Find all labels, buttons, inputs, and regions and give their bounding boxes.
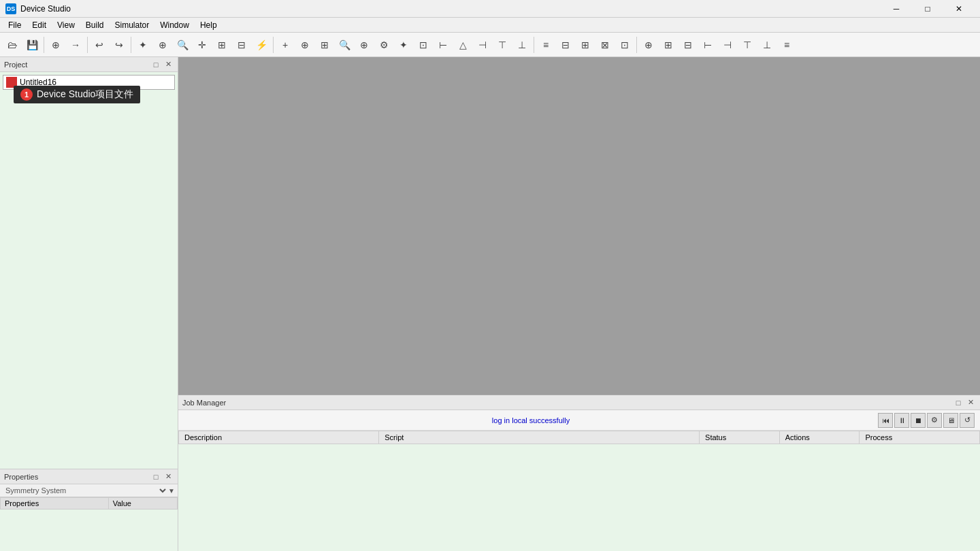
toolbar-tool5[interactable]: ⊕ (355, 35, 374, 54)
menu-file[interactable]: File (3, 18, 27, 33)
tooltip-badge: 1 (20, 88, 33, 101)
jm-col-status: Status (700, 431, 780, 444)
menu-simulator[interactable]: Simulator (110, 18, 155, 33)
toolbar-tool9[interactable]: ⊢ (434, 35, 453, 54)
symmetry-system-select[interactable]: Symmetry System (3, 486, 168, 495)
project-panel-title: Project (4, 61, 150, 69)
toolbar-sep-2 (87, 37, 88, 53)
toolbar-bolt[interactable]: ⚡ (252, 35, 271, 54)
toolbar-group-edit: ↩ ↪ (90, 35, 129, 54)
toolbar-extra3[interactable]: ⊟ (679, 35, 698, 54)
props-col-properties: Properties (1, 498, 109, 510)
toolbar-sep-3 (131, 37, 131, 53)
toolbar-redo[interactable]: ↪ (110, 35, 129, 54)
select-arrow-icon: ▼ (168, 487, 175, 495)
toolbar-sep-5 (534, 37, 534, 53)
right-area: Job Manager □ ✕ log in local successfull… (178, 57, 980, 551)
toolbar-view1[interactable]: ≡ (536, 35, 555, 54)
toolbar-view3[interactable]: ⊞ (576, 35, 595, 54)
menu-help[interactable]: Help (195, 18, 223, 33)
jm-btn-first[interactable]: ⏮ (878, 413, 893, 428)
toolbar-extra7[interactable]: ⊥ (757, 35, 777, 54)
job-manager-table-container: Description Script Status Actions Proces… (178, 431, 980, 551)
job-manager-title: Job Manager (182, 399, 953, 407)
toolbar-tool3[interactable]: ⊞ (315, 35, 334, 54)
job-manager-header-buttons: □ ✕ (953, 397, 976, 408)
toolbar-tool6[interactable]: ⚙ (374, 35, 393, 54)
toolbar-new[interactable]: ⊕ (46, 35, 65, 54)
toolbar-minus[interactable]: ⊟ (232, 35, 251, 54)
toolbar-extra2[interactable]: ⊞ (659, 35, 678, 54)
menu-edit[interactable]: Edit (27, 18, 52, 33)
app-title: Device Studio (20, 4, 881, 14)
toolbar-tool1[interactable]: + (276, 35, 295, 54)
jm-col-actions: Actions (779, 431, 860, 444)
toolbar-tool7[interactable]: ✦ (394, 35, 413, 54)
properties-select-row: Symmetry System ▼ (0, 484, 178, 497)
toolbar-group-file: 🗁 💾 (3, 35, 42, 54)
jm-col-description: Description (179, 431, 379, 444)
project-expand-button[interactable]: □ (150, 59, 161, 70)
close-button[interactable]: ✕ (943, 0, 975, 18)
toolbar-tool11[interactable]: ⊣ (473, 35, 492, 54)
menu-view[interactable]: View (52, 18, 80, 33)
main-layout: Project □ ✕ Untitled16 1 Device Studio项目… (0, 57, 980, 551)
job-manager-expand-button[interactable]: □ (953, 397, 964, 408)
minimize-button[interactable]: ─ (881, 0, 912, 18)
tooltip-text: Device Studio项目文件 (37, 88, 133, 101)
properties-close-button[interactable]: ✕ (163, 471, 174, 482)
properties-expand-button[interactable]: □ (150, 471, 161, 482)
toolbar-grid[interactable]: ⊞ (212, 35, 231, 54)
maximize-button[interactable]: □ (912, 0, 943, 18)
toolbar-group-nav: ⊕ → (46, 35, 85, 54)
title-bar: DS Device Studio ─ □ ✕ (0, 0, 980, 18)
project-tooltip: 1 Device Studio项目文件 (14, 86, 140, 103)
jm-col-process: Process (860, 431, 980, 444)
toolbar-tool2[interactable]: ⊕ (295, 35, 314, 54)
toolbar-group-select: ✦ ⊕ 🔍 ✛ ⊞ ⊟ ⚡ (133, 35, 271, 54)
project-panel-content: Untitled16 1 Device Studio项目文件 (0, 72, 178, 469)
jm-btn-monitor[interactable]: 🖥 (943, 413, 958, 428)
project-panel-header: Project □ ✕ (0, 57, 178, 72)
toolbar-view2[interactable]: ⊟ (556, 35, 575, 54)
toolbar-extra8[interactable]: ≡ (777, 35, 796, 54)
jm-btn-stop[interactable]: ⏹ (911, 413, 926, 428)
toolbar-forward[interactable]: → (66, 35, 85, 54)
toolbar-view4[interactable]: ⊠ (595, 35, 615, 54)
jm-btn-refresh[interactable]: ↺ (960, 413, 975, 428)
toolbar-tool10[interactable]: △ (453, 35, 472, 54)
toolbar-extra1[interactable]: ⊕ (639, 35, 658, 54)
toolbar-save[interactable]: 💾 (22, 35, 42, 54)
window-controls: ─ □ ✕ (881, 0, 975, 18)
toolbar-extra6[interactable]: ⊤ (738, 35, 757, 54)
canvas-area[interactable] (178, 57, 980, 395)
toolbar-view5[interactable]: ⊡ (615, 35, 634, 54)
job-manager: Job Manager □ ✕ log in local successfull… (178, 395, 980, 551)
job-manager-close-button[interactable]: ✕ (965, 397, 976, 408)
toolbar-group-tools: + ⊕ ⊞ 🔍 ⊕ ⚙ ✦ ⊡ ⊢ △ ⊣ ⊤ ⊥ (276, 35, 532, 54)
toolbar-undo[interactable]: ↩ (90, 35, 109, 54)
project-close-button[interactable]: ✕ (163, 59, 174, 70)
toolbar-tool4[interactable]: 🔍 (335, 35, 354, 54)
toolbar-extra5[interactable]: ⊣ (718, 35, 737, 54)
toolbar-add[interactable]: ⊕ (153, 35, 172, 54)
toolbar-sep-4 (273, 37, 274, 53)
job-manager-toolbar-buttons: ⏮ ⏸ ⏹ ⚙ 🖥 ↺ (878, 413, 975, 428)
toolbar-tool12[interactable]: ⊤ (493, 35, 512, 54)
toolbar-sep-6 (636, 37, 637, 53)
jm-btn-pause[interactable]: ⏸ (894, 413, 909, 428)
toolbar-select[interactable]: ✦ (133, 35, 152, 54)
properties-table: Properties Value (0, 497, 178, 510)
project-panel-buttons: □ ✕ (150, 59, 174, 70)
toolbar-tool8[interactable]: ⊡ (414, 35, 433, 54)
toolbar-zoom[interactable]: 🔍 (173, 35, 192, 54)
toolbar-extra4[interactable]: ⊢ (698, 35, 717, 54)
properties-panel-buttons: □ ✕ (150, 471, 174, 482)
jm-btn-settings[interactable]: ⚙ (927, 413, 942, 428)
toolbar-cross[interactable]: ✛ (193, 35, 212, 54)
menu-window[interactable]: Window (154, 18, 195, 33)
menu-build[interactable]: Build (80, 18, 110, 33)
toolbar-open[interactable]: 🗁 (3, 35, 22, 54)
toolbar-group-view: ≡ ⊟ ⊞ ⊠ ⊡ (536, 35, 634, 54)
toolbar-tool13[interactable]: ⊥ (512, 35, 532, 54)
